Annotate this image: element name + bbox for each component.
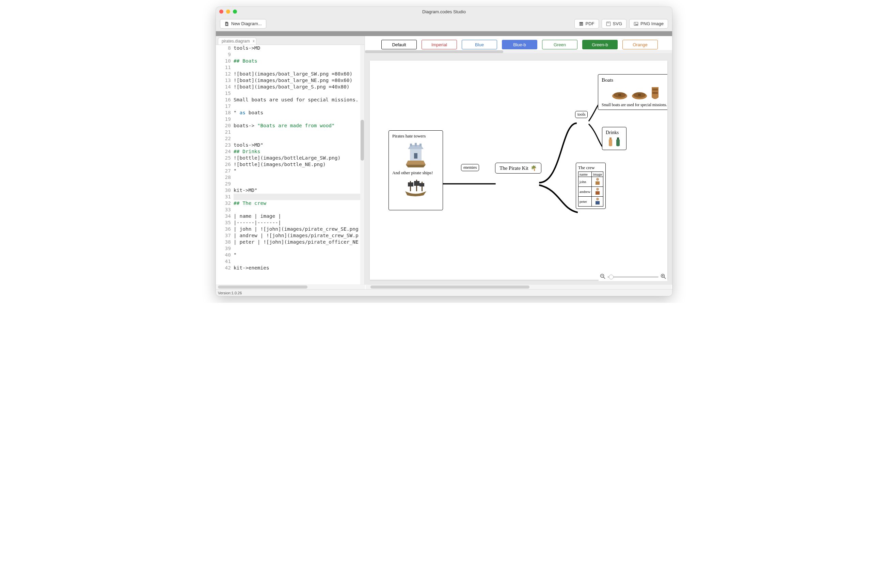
- line-gutter: 8910111213141516171819202122232425262728…: [216, 45, 234, 285]
- edge-label-enemies: enemies: [461, 164, 479, 171]
- svg-icon: [606, 21, 611, 26]
- svg-rect-26: [652, 92, 658, 94]
- bottom-scrollbars: [216, 285, 672, 289]
- node-center-label: The Pirate Kit: [499, 165, 529, 171]
- file-tab-active[interactable]: pirates.diagram x: [218, 38, 256, 45]
- minimize-window-icon[interactable]: [226, 9, 230, 14]
- tab-close-icon[interactable]: x: [252, 39, 255, 43]
- code-body[interactable]: tools->MD## Boats![boat](images/boat_lar…: [234, 45, 364, 285]
- preview-pane: DefaultImperialBlueBlue-bGreenGreen-bOra…: [365, 36, 672, 285]
- close-window-icon[interactable]: [219, 9, 223, 14]
- export-png-button[interactable]: PNG Image: [629, 19, 668, 28]
- bottle-icon: [615, 137, 621, 147]
- theme-chip-blue[interactable]: Blue: [462, 40, 497, 50]
- svg-point-29: [596, 178, 599, 181]
- editor-vertical-scrollbar[interactable]: [360, 45, 364, 285]
- node-enemies-line1: Pirates hate towers: [392, 134, 439, 139]
- window-controls: [219, 9, 237, 14]
- theme-chip-blue-b[interactable]: Blue-b: [502, 40, 537, 50]
- svg-point-4: [635, 23, 636, 24]
- app-window: Diagram.codes Studio New Diagram... PDF …: [216, 7, 672, 296]
- svg-rect-16: [408, 182, 413, 186]
- boat-icon: [651, 85, 660, 101]
- svg-rect-25: [652, 88, 658, 90]
- table-row: john: [578, 177, 603, 187]
- svg-rect-28: [617, 138, 619, 140]
- node-enemies[interactable]: Pirates hate towers: [389, 130, 443, 210]
- svg-rect-17: [414, 181, 419, 186]
- editor-horizontal-scrollbar[interactable]: [216, 285, 365, 289]
- node-center[interactable]: The Pirate Kit 🌴: [495, 163, 541, 174]
- export-svg-label: SVG: [613, 21, 622, 26]
- tower-icon: [392, 141, 439, 167]
- code-editor[interactable]: 8910111213141516171819202122232425262728…: [216, 45, 364, 285]
- crew-name: peter: [578, 196, 592, 207]
- image-icon: [634, 21, 639, 26]
- zoom-in-icon[interactable]: [661, 274, 666, 280]
- boat-icon: [611, 89, 628, 101]
- new-diagram-label: New Diagram...: [231, 21, 262, 26]
- node-boats-title: Boats: [602, 77, 667, 83]
- node-drinks[interactable]: Drinks: [602, 127, 627, 150]
- table-row: peter: [578, 196, 603, 207]
- scrollbar-thumb[interactable]: [361, 120, 364, 160]
- scrollbar-thumb[interactable]: [370, 285, 529, 288]
- theme-chip-green-b[interactable]: Green-b: [582, 40, 618, 50]
- svg-rect-18: [419, 183, 424, 186]
- titlebar: Diagram.codes Studio: [216, 7, 672, 16]
- crew-table: name image john andrew: [578, 171, 603, 207]
- node-crew-title: The crew: [578, 165, 603, 171]
- new-diagram-button[interactable]: New Diagram...: [220, 19, 266, 28]
- scrollbar-thumb[interactable]: [365, 50, 503, 53]
- svg-rect-8: [415, 143, 417, 146]
- node-boats-caption: Small boats are used for special mission…: [602, 103, 667, 107]
- zoom-window-icon[interactable]: [233, 9, 237, 14]
- window-title: Diagram.codes Studio: [422, 9, 466, 14]
- zoom-out-icon[interactable]: [600, 274, 606, 280]
- svg-line-36: [664, 277, 666, 279]
- svg-line-33: [603, 277, 605, 279]
- toolbar-separator: [216, 31, 672, 36]
- canvas-viewport[interactable]: Pirates hate towers: [365, 53, 672, 285]
- boat-icon: [631, 89, 648, 101]
- theme-chip-green[interactable]: Green: [542, 40, 577, 50]
- svg-rect-21: [618, 94, 621, 96]
- boats-images: [602, 85, 667, 101]
- zoom-slider-thumb[interactable]: [609, 274, 613, 279]
- theme-chip-default[interactable]: Default: [382, 40, 417, 50]
- diagram-canvas[interactable]: Pirates hate towers: [370, 61, 667, 280]
- node-boats[interactable]: Boats Small boats are used for special m…: [598, 74, 667, 110]
- pdf-icon: PDF: [579, 21, 584, 26]
- svg-rect-12: [414, 153, 418, 159]
- zoom-slider[interactable]: [607, 276, 658, 278]
- bottles-images: [606, 137, 623, 147]
- theme-selector-bar: DefaultImperialBlueBlue-bGreenGreen-bOra…: [365, 36, 672, 53]
- node-crew[interactable]: The crew name image john andrew: [576, 163, 606, 209]
- node-drinks-title: Drinks: [606, 130, 623, 135]
- crew-name: andrew: [578, 187, 592, 196]
- export-png-label: PNG Image: [640, 21, 664, 26]
- svg-rect-9: [419, 144, 422, 146]
- palm-tree-icon: 🌴: [530, 165, 537, 171]
- preview-horizontal-scrollbar[interactable]: [366, 285, 672, 289]
- theme-chip-orange[interactable]: Orange: [622, 40, 658, 50]
- version-label: Version:1.0.26: [218, 291, 242, 295]
- export-pdf-label: PDF: [586, 21, 595, 26]
- export-pdf-button[interactable]: PDF PDF: [574, 19, 599, 28]
- svg-text:PDF: PDF: [579, 23, 583, 25]
- edge-label-tools: tools: [575, 111, 588, 118]
- theme-chip-imperial[interactable]: Imperial: [422, 40, 457, 50]
- svg-rect-27: [610, 138, 612, 140]
- ship-icon: [392, 178, 439, 197]
- svg-marker-10: [406, 160, 425, 165]
- table-row: andrew: [578, 187, 603, 196]
- crew-col-name: name: [578, 172, 592, 177]
- crew-name: john: [578, 177, 592, 187]
- scrollbar-thumb[interactable]: [218, 285, 308, 288]
- tab-strip: pirates.diagram x: [216, 36, 364, 45]
- editor-pane: pirates.diagram x 8910111213141516171819…: [216, 36, 365, 285]
- zoom-controls: [599, 273, 667, 281]
- export-svg-button[interactable]: SVG: [602, 19, 627, 28]
- crew-image: [592, 196, 603, 207]
- svg-point-31: [596, 198, 599, 200]
